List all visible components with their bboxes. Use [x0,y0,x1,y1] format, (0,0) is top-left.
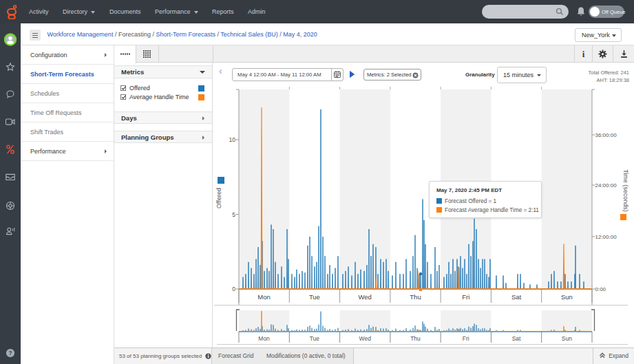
svg-text:0: 0 [232,286,235,292]
svg-text:5: 5 [232,211,235,218]
svg-text:?: ? [9,350,12,356]
svg-text:Time (seconds): Time (seconds) [622,169,629,212]
svg-text:10: 10 [229,136,236,143]
svg-text:Thu: Thu [410,293,421,301]
svg-text:Fri: Fri [463,335,469,342]
svg-text:Sat: Sat [511,293,522,301]
svg-text:Tue: Tue [310,335,320,342]
svg-text:Sun: Sun [562,335,572,342]
svg-text:24:00:00: 24:00:00 [595,182,617,189]
svg-text:0:00: 0:00 [595,286,606,292]
svg-text:Thu: Thu [410,335,421,342]
svg-text:Offered: Offered [215,188,222,208]
svg-text:Mon: Mon [257,293,270,301]
svg-text:Wed: Wed [359,293,372,301]
svg-text:12:00:00: 12:00:00 [595,234,617,240]
svg-text:Fri: Fri [462,293,469,301]
svg-text:36:00:00: 36:00:00 [595,132,617,138]
svg-text:Tue: Tue [309,293,320,301]
svg-text:Wed: Wed [359,335,372,342]
svg-text:Mon: Mon [258,335,270,342]
svg-text:Sat: Sat [512,335,521,342]
svg-text:Sun: Sun [561,293,573,301]
